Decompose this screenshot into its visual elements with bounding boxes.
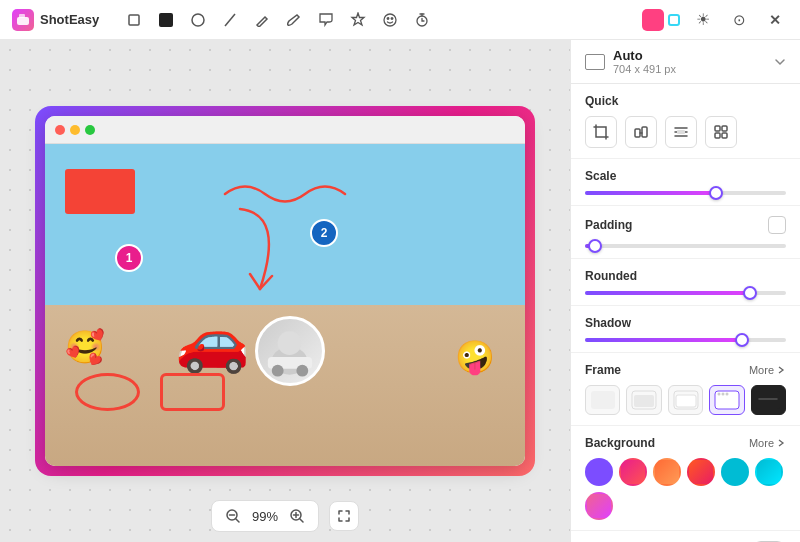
padding-thumb[interactable]: [588, 239, 602, 253]
svg-rect-29: [676, 395, 696, 407]
background-section: Background More: [571, 426, 800, 531]
topbar-right: ☀ ⊙ ✕: [642, 7, 788, 33]
emoji-love: 🥰: [65, 328, 105, 366]
shadow-fill: [585, 338, 742, 342]
frame-label: Frame: [585, 363, 621, 377]
frame-more-link[interactable]: More: [749, 364, 786, 376]
annotation-red-rect: [65, 169, 135, 214]
close-icon-btn[interactable]: ✕: [762, 7, 788, 33]
rounded-fill: [585, 291, 750, 295]
text-tool-btn[interactable]: [313, 7, 339, 33]
quick-align-btn[interactable]: [665, 116, 697, 148]
fill-color-swatch[interactable]: [642, 9, 664, 31]
brush-tool-btn[interactable]: [281, 7, 307, 33]
zoom-out-btn[interactable]: [222, 505, 244, 527]
scale-slider[interactable]: [585, 191, 786, 195]
circle-tool-btn[interactable]: [185, 7, 211, 33]
color-fill-selector[interactable]: [642, 9, 680, 31]
rect-outline: [160, 373, 225, 411]
svg-rect-19: [642, 127, 647, 137]
smiley-tool-btn[interactable]: [377, 7, 403, 33]
sun-icon-btn[interactable]: ☀: [690, 7, 716, 33]
shadow-label: Shadow: [585, 316, 786, 330]
shadow-thumb[interactable]: [735, 333, 749, 347]
padding-label: Padding: [585, 218, 632, 232]
frame-opt-none[interactable]: [585, 385, 620, 415]
badge-1: 1: [115, 244, 143, 272]
svg-point-6: [384, 14, 396, 26]
scale-label: Scale: [585, 169, 786, 183]
svg-point-8: [391, 17, 393, 19]
expand-btn[interactable]: [329, 501, 359, 531]
scale-section: Scale: [571, 159, 800, 206]
canvas-area: 1 2 🚗: [0, 40, 570, 542]
frame-opt-light1[interactable]: [626, 385, 661, 415]
bg-swatch-coral[interactable]: [653, 458, 681, 486]
svg-rect-10: [669, 15, 679, 25]
svg-rect-21: [715, 126, 720, 131]
auto-size: 704 x 491 px: [613, 63, 676, 75]
zoom-in-btn[interactable]: [286, 505, 308, 527]
svg-point-12: [278, 331, 302, 355]
github-icon-btn[interactable]: ⊙: [726, 7, 752, 33]
rounded-slider[interactable]: [585, 291, 786, 295]
emoji-tool-btn[interactable]: [345, 7, 371, 33]
shadow-section: Shadow: [571, 306, 800, 353]
bg-swatch-red[interactable]: [687, 458, 715, 486]
frame-opt-dots[interactable]: [709, 385, 744, 415]
padding-slider[interactable]: [585, 244, 786, 248]
svg-point-31: [717, 393, 720, 396]
bg-swatch-cyan[interactable]: [755, 458, 783, 486]
chevron-down-icon: [774, 56, 786, 68]
frame-opt-light2[interactable]: [668, 385, 703, 415]
scale-fill: [585, 191, 716, 195]
quick-resize-btn[interactable]: [625, 116, 657, 148]
main-area: 1 2 🚗: [0, 40, 800, 542]
svg-rect-25: [591, 391, 615, 409]
svg-rect-1: [19, 14, 25, 18]
rounded-section: Rounded: [571, 259, 800, 306]
stroke-color-swatch-icon: [668, 14, 680, 26]
browser-dot-red: [55, 125, 65, 135]
browser-titlebar: [45, 116, 525, 144]
quick-grid-btn[interactable]: [705, 116, 737, 148]
rounded-thumb[interactable]: [743, 286, 757, 300]
quick-buttons: [585, 116, 786, 148]
quick-label: Quick: [585, 94, 786, 108]
bg-swatch-purple[interactable]: [585, 458, 613, 486]
svg-point-7: [387, 17, 389, 19]
screenshot-bg: 1 2 🚗: [35, 106, 535, 476]
svg-point-32: [721, 393, 724, 396]
tool-bar: [121, 7, 435, 33]
padding-checkbox[interactable]: [768, 216, 786, 234]
crop-tool-btn[interactable]: [121, 7, 147, 33]
pen-tool-btn[interactable]: [249, 7, 275, 33]
circle-photo: [255, 316, 325, 386]
svg-rect-23: [715, 133, 720, 138]
timer-tool-btn[interactable]: [409, 7, 435, 33]
app-logo: ShotEasy: [12, 9, 99, 31]
rounded-label: Rounded: [585, 269, 786, 283]
canvas-bottom-bar: 99%: [0, 500, 570, 532]
screenshot-wrapper: 1 2 🚗: [35, 106, 535, 476]
shadow-slider[interactable]: [585, 338, 786, 342]
auto-size-selector[interactable]: Auto 704 x 491 px: [571, 40, 800, 84]
oval-outline: [75, 373, 140, 411]
topbar: ShotEasy: [0, 0, 800, 40]
svg-point-15: [296, 364, 308, 376]
scale-thumb[interactable]: [709, 186, 723, 200]
background-more-link[interactable]: More: [749, 437, 786, 449]
watermark-section: Watermark: [571, 531, 800, 542]
svg-point-14: [272, 364, 284, 376]
browser-window: 1 2 🚗: [45, 116, 525, 466]
bg-swatch-pink[interactable]: [619, 458, 647, 486]
frame-opt-dark[interactable]: [751, 385, 786, 415]
bg-swatch-teal[interactable]: [721, 458, 749, 486]
quick-crop-btn[interactable]: [585, 116, 617, 148]
select-tool-btn[interactable]: [153, 7, 179, 33]
line-tool-btn[interactable]: [217, 7, 243, 33]
bg-swatch-pinklight[interactable]: [585, 492, 613, 520]
browser-dot-green: [85, 125, 95, 135]
browser-content: 1 2 🚗: [45, 144, 525, 466]
svg-rect-2: [129, 15, 139, 25]
